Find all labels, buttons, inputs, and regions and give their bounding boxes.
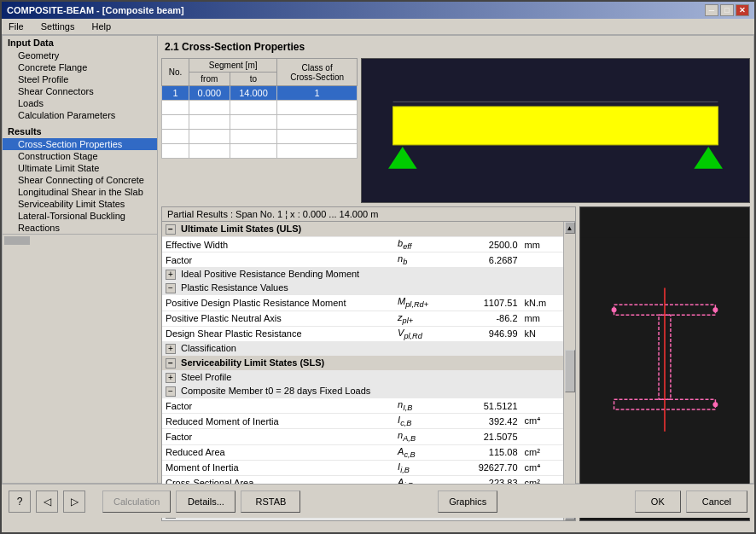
- sidebar-item-loads[interactable]: Loads: [3, 97, 157, 109]
- table-row[interactable]: [162, 101, 358, 115]
- cell-val: 392.42: [445, 414, 520, 429]
- partial-results-header: Partial Results : Span No. 1 ¦ x : 0.000…: [162, 207, 575, 222]
- cell-name: Positive Plastic Neutral Axis: [162, 311, 394, 326]
- calc-button[interactable]: Calculation: [102, 490, 171, 513]
- window-title: COMPOSITE-BEAM - [Composite beam]: [7, 5, 184, 15]
- result-row: Effective Width beff 2500.0 mm: [162, 237, 563, 252]
- comp28-expand[interactable]: −: [166, 386, 176, 397]
- results-area: Partial Results : Span No. 1 ¦ x : 0.000…: [161, 206, 576, 521]
- subgroup-steel-header[interactable]: + Steel Profile: [162, 370, 563, 384]
- cell-unit: kN.m: [521, 295, 563, 311]
- sidebar-item-cross-section[interactable]: Cross-Section Properties: [3, 138, 157, 150]
- cell-no: [162, 101, 189, 115]
- right-panel: 2.1 Cross-Section Properties No. Segment…: [158, 36, 753, 483]
- cell-sym: Vpl,Rd: [394, 326, 445, 341]
- sidebar-item-shear-connectors[interactable]: Shear Connectors: [3, 85, 157, 97]
- subgroup-class-header[interactable]: + Classification: [162, 341, 563, 355]
- group-sls-header[interactable]: − Serviceability Limit States (SLS): [162, 355, 563, 370]
- sidebar-item-sls[interactable]: Serviceability Limit States: [3, 198, 157, 210]
- menu-settings[interactable]: Settings: [38, 20, 79, 32]
- cell-sym: zpl+: [394, 311, 445, 326]
- minimize-button[interactable]: ─: [705, 4, 718, 16]
- sidebar-item-uls[interactable]: Ultimate Limit State: [3, 162, 157, 174]
- steel-expand[interactable]: +: [166, 373, 176, 383]
- maximize-button[interactable]: □: [720, 4, 734, 16]
- sidebar-item-shear-connect[interactable]: Shear Connecting of Concrete: [3, 174, 157, 186]
- menu-bar: File Settings Help: [2, 19, 754, 35]
- sidebar-item-steel-profile[interactable]: Steel Profile: [3, 73, 157, 85]
- results-scroll[interactable]: − Ultimate Limit States (ULS) Effective …: [162, 222, 575, 520]
- cell-name: Design Shear Plastic Resistance: [162, 326, 394, 341]
- uls-expand[interactable]: −: [166, 224, 176, 235]
- title-bar: COMPOSITE-BEAM - [Composite beam] ─ □ ✕: [2, 2, 754, 19]
- sidebar-item-calc-params[interactable]: Calculation Parameters: [3, 109, 157, 121]
- menu-file[interactable]: File: [5, 20, 27, 32]
- cell-name: Reduced Moment of Inertia: [162, 414, 394, 429]
- cell-sym: nA,B: [394, 429, 445, 444]
- cell-name: Factor: [162, 429, 394, 444]
- menu-help[interactable]: Help: [88, 20, 114, 32]
- sidebar-item-reactions[interactable]: Reactions: [3, 222, 157, 234]
- cell-class: 1: [277, 86, 358, 101]
- sidebar-item-geometry[interactable]: Geometry: [3, 49, 157, 61]
- ok-button[interactable]: OK: [635, 490, 681, 513]
- next-button[interactable]: ▷: [63, 490, 85, 513]
- sidebar-item-long-shear[interactable]: Longitudinal Shear in the Slab: [3, 186, 157, 198]
- cell-no: 1: [162, 86, 189, 101]
- sidebar-item-ltb[interactable]: Lateral-Torsional Buckling: [3, 210, 157, 222]
- segment-table: No. Segment [m] Class ofCross-Section: [161, 58, 358, 203]
- graphics-button[interactable]: Graphics: [438, 490, 497, 513]
- subgroup-comp28-header[interactable]: − Composite Member t0 = 28 days Fixed Lo…: [162, 384, 563, 398]
- info-button[interactable]: ?: [9, 490, 31, 513]
- results-scrollbar[interactable]: ▲ ▼: [563, 222, 575, 520]
- result-row: Positive Plastic Neutral Axis zpl+ -86.2…: [162, 311, 563, 326]
- result-row: Design Shear Plastic Resistance Vpl,Rd 9…: [162, 326, 563, 341]
- subgroup-ideal-header[interactable]: + Ideal Positive Resistance Bending Mome…: [162, 268, 563, 282]
- plastic-label: Plastic Resistance Values: [181, 282, 288, 293]
- col-from: from: [189, 73, 230, 86]
- details-button[interactable]: Details...: [176, 490, 236, 513]
- cancel-button[interactable]: Cancel: [686, 490, 747, 513]
- cell-sym: Mpl,Rd+: [394, 295, 445, 311]
- group-uls-header[interactable]: − Ultimate Limit States (ULS): [162, 222, 563, 237]
- svg-point-12: [712, 402, 718, 407]
- prev-button[interactable]: ◁: [36, 490, 58, 513]
- cell-unit: cm²: [521, 444, 563, 460]
- cell-unit: mm: [521, 311, 563, 326]
- scroll-thumb[interactable]: [565, 350, 575, 392]
- left-panel-scrollbar[interactable]: [3, 234, 157, 246]
- cell-unit: [521, 398, 563, 413]
- results-table-container[interactable]: − Ultimate Limit States (ULS) Effective …: [162, 222, 563, 520]
- scroll-up[interactable]: ▲: [565, 222, 575, 234]
- ideal-expand[interactable]: +: [166, 270, 176, 280]
- result-row: Factor nb 6.2687: [162, 252, 563, 268]
- cell-sym: Ac,B: [394, 444, 445, 460]
- cell-unit: mm: [521, 237, 563, 252]
- sidebar-item-construction[interactable]: Construction Stage: [3, 150, 157, 162]
- close-button[interactable]: ✕: [736, 4, 749, 16]
- small-section-graphic: [579, 206, 750, 521]
- result-row: Factor nA,B 21.5075: [162, 429, 563, 444]
- col-to: to: [230, 73, 277, 86]
- input-data-header: Input Data: [3, 36, 157, 49]
- result-row: Reduced Area Ac,B 115.08 cm²: [162, 444, 563, 460]
- sls-expand[interactable]: −: [166, 358, 176, 369]
- bottom-bar: ? ◁ ▷ Calculation Details... RSTAB Graph…: [2, 484, 754, 518]
- cell-sym: nI,B: [394, 398, 445, 413]
- plastic-expand[interactable]: −: [166, 283, 176, 293]
- sidebar-item-concrete-flange[interactable]: Concrete Flange: [3, 61, 157, 73]
- cell-name: Reduced Area: [162, 444, 394, 460]
- table-row[interactable]: [162, 115, 358, 130]
- table-row[interactable]: [162, 130, 358, 144]
- result-row: Reduced Moment of Inertia Ic,B 392.42 cm…: [162, 414, 563, 429]
- cell-name: Moment of Inertia: [162, 460, 394, 475]
- class-expand[interactable]: +: [166, 344, 176, 354]
- rstab-button[interactable]: RSTAB: [241, 490, 300, 513]
- cell-name: Positive Design Plastic Resistance Momen…: [162, 295, 394, 311]
- subgroup-plastic-header[interactable]: − Plastic Resistance Values: [162, 282, 563, 295]
- cell-from: [189, 101, 230, 115]
- partial-results-text: Partial Results : Span No. 1 ¦ x : 0.000…: [167, 209, 378, 219]
- table-row[interactable]: [162, 144, 358, 159]
- table-row[interactable]: 1 0.000 14.000 1: [162, 86, 358, 101]
- section-svg: [580, 207, 749, 520]
